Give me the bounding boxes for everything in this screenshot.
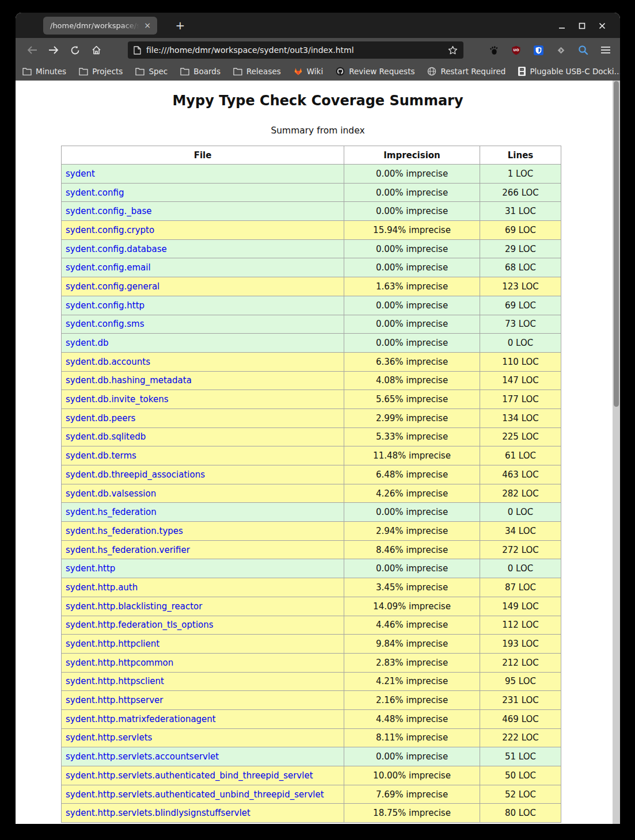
- tab-active[interactable]: /home/dmr/workspace/syden ×: [43, 17, 157, 35]
- file-link[interactable]: sydent.http.servlets.accountservlet: [66, 751, 219, 762]
- file-link[interactable]: sydent.http.httpclient: [66, 639, 159, 649]
- file-link[interactable]: sydent.config.email: [66, 262, 151, 273]
- bitwarden-icon[interactable]: [530, 41, 547, 59]
- bookmark-label: Plugable USB-C Docki…: [530, 67, 620, 76]
- file-cell: sydent.http.federation_tls_options: [62, 616, 344, 635]
- file-link[interactable]: sydent.db.threepid_associations: [66, 469, 205, 480]
- bookmark-item-spec[interactable]: Spec: [135, 67, 168, 76]
- bookmark-label: Projects: [92, 67, 123, 76]
- file-link[interactable]: sydent.http.federation_tls_options: [66, 620, 214, 630]
- scrollbar-thumb[interactable]: [614, 81, 619, 407]
- header-file: File: [62, 146, 344, 165]
- file-link[interactable]: sydent: [66, 169, 95, 179]
- file-cell: sydent.db.accounts: [62, 352, 344, 371]
- url-bar[interactable]: file:///home/dmr/workspace/sydent/out3/i…: [128, 41, 463, 59]
- table-row: sydent.http.httpserver2.16% imprecise231…: [62, 691, 561, 710]
- file-link[interactable]: sydent.http.httpsclient: [66, 676, 164, 686]
- back-icon[interactable]: [23, 41, 41, 59]
- file-link[interactable]: sydent.config.crypto: [66, 225, 154, 235]
- file-link[interactable]: sydent.db: [66, 338, 109, 348]
- bookmark-item-wiki[interactable]: Wiki: [294, 67, 323, 76]
- favicon-icon: [518, 67, 526, 76]
- bookmark-star-icon[interactable]: [448, 45, 458, 55]
- imprecision-cell: 2.16% imprecise: [344, 691, 480, 710]
- header-imprecision: Imprecision: [344, 146, 480, 165]
- folder-icon: [180, 67, 189, 75]
- lines-cell: 50 LOC: [480, 766, 561, 785]
- file-link[interactable]: sydent.config.general: [66, 281, 159, 292]
- file-link[interactable]: sydent.http.servlets.authenticated_unbin…: [66, 789, 324, 800]
- imprecision-cell: 5.65% imprecise: [344, 390, 480, 409]
- bookmark-label: Restart Required: [440, 67, 505, 76]
- imprecision-cell: 2.99% imprecise: [344, 408, 480, 427]
- imprecision-cell: 0.00% imprecise: [344, 258, 480, 277]
- table-row: sydent.http.servlets.blindlysignstuffser…: [62, 804, 561, 823]
- file-link[interactable]: sydent.http.httpcommon: [66, 658, 173, 668]
- file-link[interactable]: sydent.db.terms: [66, 450, 136, 461]
- file-cell: sydent.http: [62, 559, 344, 578]
- home-icon[interactable]: [87, 41, 105, 59]
- file-link[interactable]: sydent.hs_federation: [66, 507, 157, 517]
- file-link[interactable]: sydent.db.hashing_metadata: [66, 375, 192, 385]
- file-link[interactable]: sydent.http: [66, 563, 115, 574]
- file-cell: sydent.http.httpserver: [62, 691, 344, 710]
- bookmark-item-releases[interactable]: Releases: [233, 67, 281, 76]
- bookmark-item-minutes[interactable]: Minutes: [22, 67, 66, 76]
- table-row: sydent.http.matrixfederationagent4.48% i…: [62, 709, 561, 728]
- scrollbar[interactable]: [613, 81, 620, 824]
- bookmark-item-plugable-usb-c-docki[interactable]: Plugable USB-C Docki…: [518, 67, 620, 76]
- file-link[interactable]: sydent.http.servlets.blindlysignstuffser…: [66, 808, 250, 818]
- file-cell: sydent.config: [62, 183, 344, 202]
- file-link[interactable]: sydent.db.peers: [66, 413, 135, 423]
- bookmark-item-restart-required[interactable]: Restart Required: [427, 67, 505, 76]
- new-tab-button[interactable]: +: [172, 17, 189, 35]
- minimize-button[interactable]: [553, 17, 571, 35]
- file-cell: sydent: [62, 165, 344, 184]
- lines-cell: 231 LOC: [480, 691, 561, 710]
- table-row: sydent.http.servlets8.11% imprecise222 L…: [62, 728, 561, 747]
- gnome-foot-icon[interactable]: [485, 41, 502, 59]
- lines-cell: 69 LOC: [480, 296, 561, 315]
- table-header-row: File Imprecision Lines: [62, 146, 561, 165]
- file-link[interactable]: sydent.http.servlets: [66, 732, 152, 743]
- lines-cell: 95 LOC: [480, 672, 561, 691]
- ublock-origin-icon[interactable]: UO: [507, 41, 524, 59]
- imprecision-cell: 0.00% imprecise: [344, 239, 480, 258]
- bookmark-item-review-requests[interactable]: Review Requests: [336, 67, 415, 76]
- tab-close-icon[interactable]: ×: [142, 21, 153, 31]
- plasma-integration-icon[interactable]: [552, 41, 569, 59]
- file-link[interactable]: sydent.config.http: [66, 300, 145, 311]
- file-link[interactable]: sydent.hs_federation.verifier: [66, 545, 190, 555]
- url-text: file:///home/dmr/workspace/sydent/out3/i…: [146, 45, 448, 55]
- search-icon[interactable]: [575, 41, 592, 59]
- table-row: sydent.db.terms11.48% imprecise61 LOC: [62, 446, 561, 465]
- file-link[interactable]: sydent.config._base: [66, 206, 152, 216]
- lines-cell: 61 LOC: [480, 446, 561, 465]
- file-link[interactable]: sydent.config.database: [66, 244, 167, 254]
- file-link[interactable]: sydent.db.sqlitedb: [66, 432, 146, 442]
- close-button[interactable]: [594, 17, 611, 35]
- menu-icon[interactable]: [597, 41, 614, 59]
- file-link[interactable]: sydent.hs_federation.types: [66, 526, 183, 536]
- imprecision-cell: 0.00% imprecise: [344, 165, 480, 184]
- file-link[interactable]: sydent.http.blacklisting_reactor: [66, 601, 202, 612]
- file-link[interactable]: sydent.db.invite_tokens: [66, 394, 169, 404]
- file-link[interactable]: sydent.config.sms: [66, 319, 145, 329]
- file-link[interactable]: sydent.db.accounts: [66, 357, 150, 367]
- file-link[interactable]: sydent.http.servlets.authenticated_bind_…: [66, 770, 313, 781]
- file-link[interactable]: sydent.config: [66, 188, 124, 198]
- reload-icon[interactable]: [66, 41, 84, 59]
- file-link[interactable]: sydent.db.valsession: [66, 488, 156, 499]
- lines-cell: 222 LOC: [480, 728, 561, 747]
- file-link[interactable]: sydent.http.auth: [66, 582, 138, 593]
- forward-icon[interactable]: [44, 41, 63, 59]
- lines-cell: 31 LOC: [480, 202, 561, 221]
- file-link[interactable]: sydent.http.matrixfederationagent: [66, 714, 216, 724]
- lines-cell: 193 LOC: [480, 635, 561, 654]
- page-viewport: Mypy Type Check Coverage Summary Summary…: [16, 81, 620, 824]
- bookmark-item-projects[interactable]: Projects: [79, 67, 123, 76]
- maximize-button[interactable]: [573, 17, 591, 35]
- file-link[interactable]: sydent.http.httpserver: [66, 695, 163, 705]
- file-cell: sydent.config.crypto: [62, 221, 344, 240]
- bookmark-item-boards[interactable]: Boards: [180, 67, 220, 76]
